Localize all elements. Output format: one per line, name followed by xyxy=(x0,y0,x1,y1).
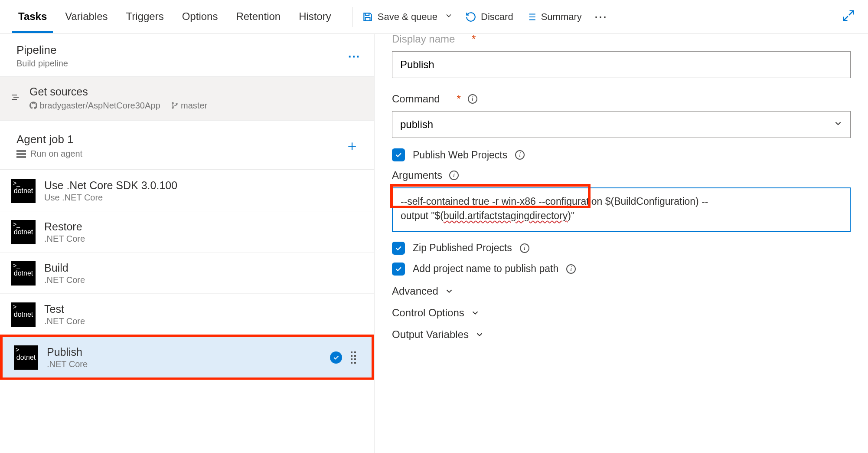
task-list: >_dotnetUse .Net Core SDK 3.0.100Use .NE… xyxy=(0,170,374,380)
task-row-restore[interactable]: >_dotnetRestore.NET Core xyxy=(0,211,374,252)
main: Pipeline Build pipeline ⋯ Get sources br… xyxy=(0,34,868,453)
tab-retention[interactable]: Retention xyxy=(230,1,287,33)
save-and-queue-button[interactable]: Save & queue xyxy=(362,11,453,23)
zip-checkbox[interactable]: Zip Published Projects i xyxy=(392,242,851,255)
discard-button[interactable]: Discard xyxy=(465,11,513,23)
arguments-text-line2a: output "$( xyxy=(401,210,444,221)
discard-label: Discard xyxy=(481,11,513,23)
info-icon[interactable]: i xyxy=(468,94,477,104)
chevron-down-icon xyxy=(475,330,484,339)
right-panel: Display name * Command * i Publish Web P… xyxy=(375,34,868,453)
task-subtitle: .NET Core xyxy=(44,275,85,285)
pipeline-title: Pipeline xyxy=(16,43,348,57)
display-name-label: Display name * xyxy=(392,34,851,45)
chevron-down-icon xyxy=(470,308,480,318)
task-row-test[interactable]: >_dotnetTest.NET Core xyxy=(0,293,374,335)
task-subtitle: .NET Core xyxy=(47,359,88,369)
tab-options[interactable]: Options xyxy=(176,1,224,33)
svg-point-1 xyxy=(172,107,173,108)
pipeline-subtitle: Build pipeline xyxy=(16,59,348,69)
pipeline-header[interactable]: Pipeline Build pipeline ⋯ xyxy=(0,34,374,77)
chevron-down-icon xyxy=(444,11,453,23)
task-title: Publish xyxy=(47,346,88,358)
save-label: Save & queue xyxy=(378,11,437,23)
task-row-use-net-core-sdk-3-0-100[interactable]: >_dotnetUse .Net Core SDK 3.0.100Use .NE… xyxy=(0,170,374,211)
arguments-text-line1: --self-contained true -r win-x86 --confi… xyxy=(401,196,708,207)
list-icon xyxy=(525,11,537,23)
repo-label: bradygaster/AspNetCore30App xyxy=(29,101,160,111)
arguments-text-line2c: )" xyxy=(568,210,574,221)
server-icon xyxy=(16,150,26,158)
section-output-variables[interactable]: Output Variables xyxy=(392,328,851,341)
tab-tasks[interactable]: Tasks xyxy=(12,1,53,33)
checkbox-checked-icon xyxy=(392,242,405,255)
task-row-publish[interactable]: >_dotnetPublish.NET Core xyxy=(0,335,374,380)
task-title: Restore xyxy=(44,220,85,233)
save-icon xyxy=(362,11,373,23)
chevron-down-icon xyxy=(444,286,454,296)
toolbar: Save & queue Discard Summary ⋯ xyxy=(362,9,868,24)
get-sources-row[interactable]: Get sources bradygaster/AspNetCore30App … xyxy=(0,77,374,121)
info-icon[interactable]: i xyxy=(515,150,525,160)
left-panel: Pipeline Build pipeline ⋯ Get sources br… xyxy=(0,34,375,453)
branch-label: master xyxy=(171,101,208,111)
tab-history[interactable]: History xyxy=(293,1,337,33)
tab-strip: Tasks Variables Triggers Options Retenti… xyxy=(0,1,337,33)
arguments-text-line2b: build.artifactstagingdirectory xyxy=(444,210,568,221)
drag-handle-icon[interactable] xyxy=(351,351,359,364)
chevron-down-icon xyxy=(833,119,843,131)
tab-variables[interactable]: Variables xyxy=(59,1,114,33)
command-value[interactable] xyxy=(392,111,851,138)
task-title: Test xyxy=(44,303,85,315)
more-actions-button[interactable]: ⋯ xyxy=(594,9,608,24)
add-name-checkbox[interactable]: Add project name to publish path i xyxy=(392,263,851,276)
expand-icon xyxy=(842,9,855,22)
settings-toggle-icon xyxy=(9,92,22,105)
checkbox-checked-icon xyxy=(392,263,405,276)
info-icon[interactable]: i xyxy=(449,171,459,180)
dotnet-icon: >_dotnet xyxy=(11,179,36,203)
section-control-options[interactable]: Control Options xyxy=(392,307,851,319)
info-icon[interactable]: i xyxy=(566,264,576,274)
task-subtitle: .NET Core xyxy=(44,316,85,326)
arguments-input[interactable]: --self-contained true -r win-x86 --confi… xyxy=(392,187,851,232)
summary-button[interactable]: Summary xyxy=(525,11,582,23)
task-title: Use .Net Core SDK 3.0.100 xyxy=(44,179,177,192)
dotnet-icon: >_dotnet xyxy=(11,220,36,244)
dotnet-icon: >_dotnet xyxy=(11,261,36,286)
separator xyxy=(352,7,352,27)
summary-label: Summary xyxy=(541,11,582,23)
svg-point-2 xyxy=(176,103,177,105)
branch-icon xyxy=(171,102,179,109)
task-title: Build xyxy=(44,262,85,274)
pipeline-more-button[interactable]: ⋯ xyxy=(348,49,361,63)
dotnet-icon: >_dotnet xyxy=(11,302,36,327)
publish-web-checkbox[interactable]: Publish Web Projects i xyxy=(392,148,851,161)
section-advanced[interactable]: Advanced xyxy=(392,285,851,297)
task-subtitle: Use .NET Core xyxy=(44,193,177,203)
add-task-button[interactable]: ＋ xyxy=(345,136,359,156)
arguments-label: Arguments i xyxy=(392,169,851,181)
agent-job-row[interactable]: Agent job 1 Run on agent ＋ xyxy=(0,121,374,170)
tab-triggers[interactable]: Triggers xyxy=(120,1,170,33)
display-name-input[interactable] xyxy=(392,51,851,78)
task-row-build[interactable]: >_dotnetBuild.NET Core xyxy=(0,252,374,293)
fullscreen-button[interactable] xyxy=(842,9,855,24)
checkbox-checked-icon xyxy=(392,148,405,161)
svg-point-0 xyxy=(172,102,173,104)
task-subtitle: .NET Core xyxy=(44,234,85,244)
dotnet-icon: >_dotnet xyxy=(14,345,38,370)
get-sources-title: Get sources xyxy=(29,85,207,98)
command-label: Command * i xyxy=(392,93,851,105)
top-bar: Tasks Variables Triggers Options Retenti… xyxy=(0,0,868,34)
undo-icon xyxy=(465,11,476,23)
info-icon[interactable]: i xyxy=(520,243,529,253)
github-icon xyxy=(29,102,37,109)
check-icon xyxy=(330,351,342,364)
agent-title: Agent job 1 xyxy=(16,133,82,146)
command-select[interactable] xyxy=(392,111,851,138)
agent-subtitle: Run on agent xyxy=(16,149,82,159)
